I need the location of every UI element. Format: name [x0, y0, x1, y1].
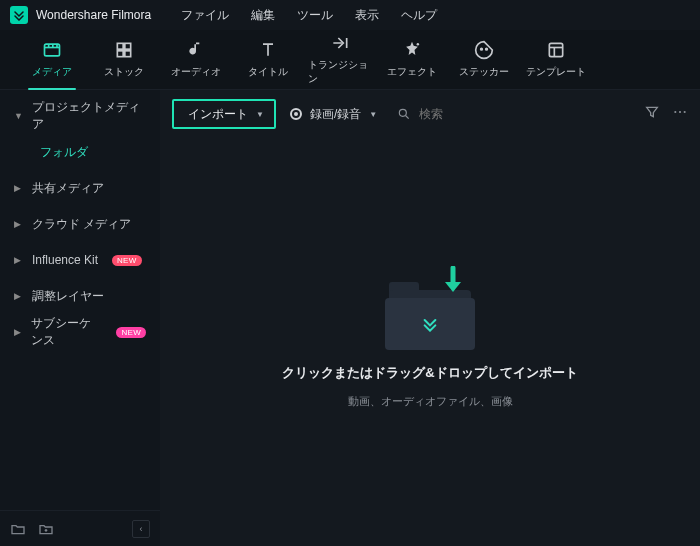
sidebar-item-influence-kit[interactable]: ▶ Influence Kit NEW: [0, 242, 160, 278]
stock-icon: [114, 40, 134, 60]
tab-audio[interactable]: オーディオ: [164, 36, 228, 84]
tab-label: エフェクト: [387, 65, 437, 79]
import-label: インポート: [188, 106, 248, 123]
tab-label: トランジション: [308, 58, 372, 86]
chevron-right-icon: ▶: [14, 219, 24, 229]
filter-icon[interactable]: [644, 104, 660, 124]
chevron-down-icon: ▼: [256, 110, 264, 119]
svg-point-17: [674, 111, 676, 113]
tab-label: メディア: [32, 65, 72, 79]
svg-point-15: [400, 109, 407, 116]
new-badge: NEW: [116, 327, 146, 338]
tab-strip: メディア ストック オーディオ タイトル トランジション エフェクト ステッカー…: [0, 30, 700, 90]
svg-point-11: [486, 48, 488, 50]
svg-point-19: [684, 111, 686, 113]
menu-edit[interactable]: 編集: [251, 7, 275, 24]
new-badge: NEW: [112, 255, 142, 266]
chevron-down-icon: ▼: [369, 110, 377, 119]
menu-file[interactable]: ファイル: [181, 7, 229, 24]
tab-effect[interactable]: エフェクト: [380, 36, 444, 84]
sidebar-item-label: プロジェクトメディア: [32, 99, 146, 133]
svg-rect-5: [117, 43, 123, 49]
sidebar-item-label: サブシーケンス: [31, 315, 103, 349]
main-panel: インポート ▼ 録画/録音 ▼: [160, 90, 700, 546]
new-folder-plus-icon[interactable]: [38, 521, 54, 537]
more-icon[interactable]: [672, 104, 688, 124]
import-folder-icon: [385, 276, 475, 352]
svg-point-18: [679, 111, 681, 113]
app-logo: [10, 6, 28, 24]
record-icon: [290, 108, 302, 120]
svg-point-10: [481, 48, 483, 50]
main-toolbar: インポート ▼ 録画/録音 ▼: [160, 90, 700, 138]
tab-media[interactable]: メディア: [20, 36, 84, 84]
sidebar-item-folder[interactable]: フォルダ: [0, 134, 160, 170]
svg-rect-8: [125, 51, 131, 57]
tab-title[interactable]: タイトル: [236, 36, 300, 84]
sticker-icon: [474, 40, 494, 60]
svg-rect-12: [549, 43, 562, 56]
sidebar-footer: ‹: [0, 510, 160, 546]
sidebar-item-label: クラウド メディア: [32, 216, 131, 233]
import-button[interactable]: インポート ▼: [172, 99, 276, 129]
sidebar-item-label: フォルダ: [40, 144, 88, 161]
title-icon: [258, 40, 278, 60]
record-button[interactable]: 録画/録音 ▼: [290, 99, 377, 129]
new-folder-icon[interactable]: [10, 521, 26, 537]
chevron-down-icon: ▼: [14, 111, 24, 121]
menu-view[interactable]: 表示: [355, 7, 379, 24]
titlebar: Wondershare Filmora ファイル 編集 ツール 表示 ヘルプ: [0, 0, 700, 30]
tab-label: ステッカー: [459, 65, 509, 79]
search-input[interactable]: [419, 107, 559, 121]
svg-rect-7: [117, 51, 123, 57]
sidebar-item-adjust-layer[interactable]: ▶ 調整レイヤー: [0, 278, 160, 314]
svg-point-9: [417, 43, 420, 46]
chevron-right-icon: ▶: [14, 327, 23, 337]
tab-transition[interactable]: トランジション: [308, 36, 372, 84]
menubar: ファイル 編集 ツール 表示 ヘルプ: [181, 7, 437, 24]
search-icon: [397, 107, 411, 121]
tab-label: テンプレート: [526, 65, 586, 79]
sidebar-item-cloud-media[interactable]: ▶ クラウド メディア: [0, 206, 160, 242]
workspace: ▼ プロジェクトメディア フォルダ ▶ 共有メディア ▶ クラウド メディア ▶…: [0, 90, 700, 546]
drop-zone[interactable]: クリックまたはドラッグ&ドロップしてインポート 動画、オーディオファイル、画像: [160, 138, 700, 546]
sidebar-item-label: Influence Kit: [32, 253, 98, 267]
record-label: 録画/録音: [310, 106, 361, 123]
transition-icon: [330, 33, 350, 53]
chevron-right-icon: ▶: [14, 291, 24, 301]
menu-help[interactable]: ヘルプ: [401, 7, 437, 24]
audio-icon: [186, 40, 206, 60]
tab-sticker[interactable]: ステッカー: [452, 36, 516, 84]
download-arrow-icon: [439, 266, 467, 302]
effect-icon: [402, 40, 422, 60]
tab-template[interactable]: テンプレート: [524, 36, 588, 84]
chevron-right-icon: ▶: [14, 255, 24, 265]
tab-label: タイトル: [248, 65, 288, 79]
sidebar-item-shared-media[interactable]: ▶ 共有メディア: [0, 170, 160, 206]
dropzone-title: クリックまたはドラッグ&ドロップしてインポート: [282, 364, 577, 382]
sidebar: ▼ プロジェクトメディア フォルダ ▶ 共有メディア ▶ クラウド メディア ▶…: [0, 90, 160, 546]
svg-rect-6: [125, 43, 131, 49]
collapse-sidebar-button[interactable]: ‹: [132, 520, 150, 538]
chevron-right-icon: ▶: [14, 183, 24, 193]
dropzone-subtitle: 動画、オーディオファイル、画像: [348, 394, 513, 409]
tab-stock[interactable]: ストック: [92, 36, 156, 84]
sidebar-item-subsequence[interactable]: ▶ サブシーケンス NEW: [0, 314, 160, 350]
svg-line-16: [406, 116, 409, 119]
template-icon: [546, 40, 566, 60]
sidebar-item-project-media[interactable]: ▼ プロジェクトメディア: [0, 98, 160, 134]
tab-label: ストック: [104, 65, 144, 79]
media-icon: [42, 40, 62, 60]
search-wrap: [397, 107, 630, 121]
app-name: Wondershare Filmora: [36, 8, 151, 22]
sidebar-list: ▼ プロジェクトメディア フォルダ ▶ 共有メディア ▶ クラウド メディア ▶…: [0, 90, 160, 510]
menu-tools[interactable]: ツール: [297, 7, 333, 24]
sidebar-item-label: 調整レイヤー: [32, 288, 104, 305]
tab-label: オーディオ: [171, 65, 221, 79]
sidebar-item-label: 共有メディア: [32, 180, 104, 197]
